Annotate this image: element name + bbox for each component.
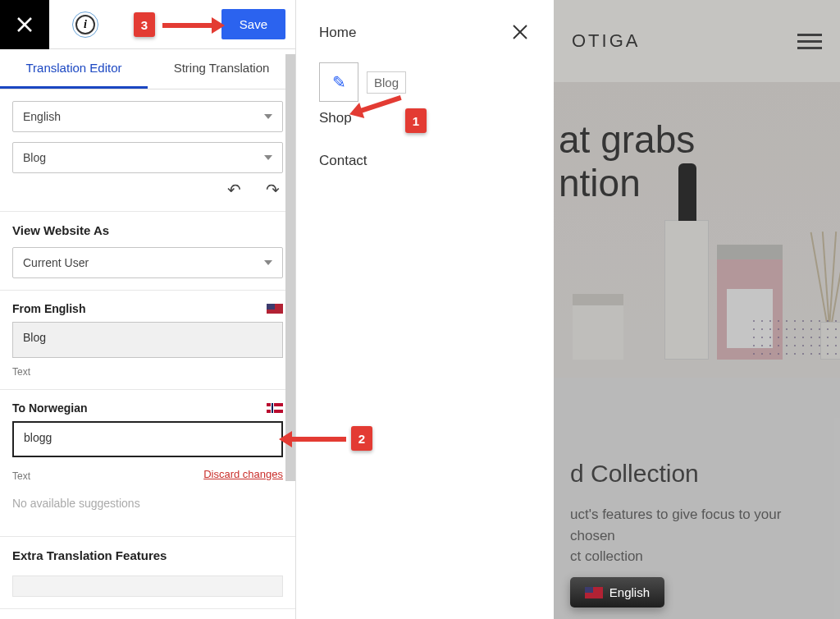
undo-button[interactable]: ↶ (227, 180, 241, 199)
source-select-section: English Blog ↶ ↷ (0, 89, 295, 212)
language-switcher-label: English (609, 585, 650, 599)
save-button[interactable]: Save (221, 9, 285, 39)
from-label: From English (12, 302, 85, 315)
redo-button[interactable]: ↷ (266, 180, 280, 199)
chevron-down-icon (264, 155, 272, 160)
sidebar-scrollbar[interactable] (285, 54, 295, 481)
annotation-badge-3: 3 (134, 12, 155, 37)
extra-features-placeholder (12, 575, 283, 597)
menu-item-blog[interactable]: Blog (367, 71, 406, 94)
from-section: From English Text (0, 291, 295, 390)
menu-item-home[interactable]: Home (319, 25, 531, 41)
menu-close-button[interactable] (511, 23, 529, 46)
translation-sidebar: i Save Translation Editor String Transla… (0, 0, 296, 619)
to-type-label: Text (12, 470, 30, 482)
to-textarea[interactable] (12, 421, 283, 457)
info-button[interactable]: i (72, 11, 98, 38)
extra-features-heading: Extra Translation Features (12, 548, 283, 562)
chevron-down-icon (264, 114, 272, 119)
mobile-menu-panel: Home ✎ Blog Shop Contact (296, 0, 554, 619)
close-icon (511, 23, 529, 41)
editor-tabs: Translation Editor String Translation (0, 49, 295, 89)
edit-translation-button[interactable]: ✎ (319, 62, 358, 102)
site-preview: OTIGA at grabs ntion d Collection uct's … (554, 0, 840, 619)
close-icon (16, 16, 34, 34)
to-label: To Norwegian (12, 401, 88, 415)
string-select-value: Blog (23, 151, 46, 164)
extra-features-section: Extra Translation Features (0, 536, 295, 609)
language-switcher-button[interactable]: English (570, 577, 664, 608)
view-as-heading: View Website As (12, 223, 283, 237)
view-as-value: Current User (23, 256, 89, 269)
annotation-badge-2: 2 (351, 426, 372, 451)
language-select[interactable]: English (12, 101, 283, 132)
preview-dim-overlay (554, 0, 840, 619)
annotation-arrow-icon (162, 23, 213, 28)
annotation-arrow-icon (290, 437, 346, 442)
annotation-badge-1: 1 (405, 108, 427, 133)
menu-item-contact[interactable]: Contact (319, 153, 531, 169)
view-as-select[interactable]: Current User (12, 247, 283, 278)
string-select[interactable]: Blog (12, 142, 283, 173)
view-as-section: View Website As Current User (0, 212, 295, 291)
tab-string-translation[interactable]: String Translation (148, 49, 295, 89)
discard-changes-link[interactable]: Discard changes (203, 468, 283, 480)
no-flag-icon (267, 403, 283, 413)
pencil-icon: ✎ (332, 72, 346, 92)
info-icon: i (75, 15, 95, 34)
tab-translation-editor[interactable]: Translation Editor (0, 49, 148, 89)
chevron-down-icon (264, 260, 272, 265)
from-type-label: Text (12, 366, 283, 378)
no-suggestions-text: No available suggestions (12, 482, 283, 510)
to-section: To Norwegian Text Discard changes No ava… (0, 390, 295, 513)
from-textarea (12, 322, 283, 358)
language-select-value: English (23, 110, 61, 123)
close-editor-button[interactable] (0, 0, 49, 49)
us-flag-icon (267, 304, 283, 314)
us-flag-icon (585, 587, 603, 598)
